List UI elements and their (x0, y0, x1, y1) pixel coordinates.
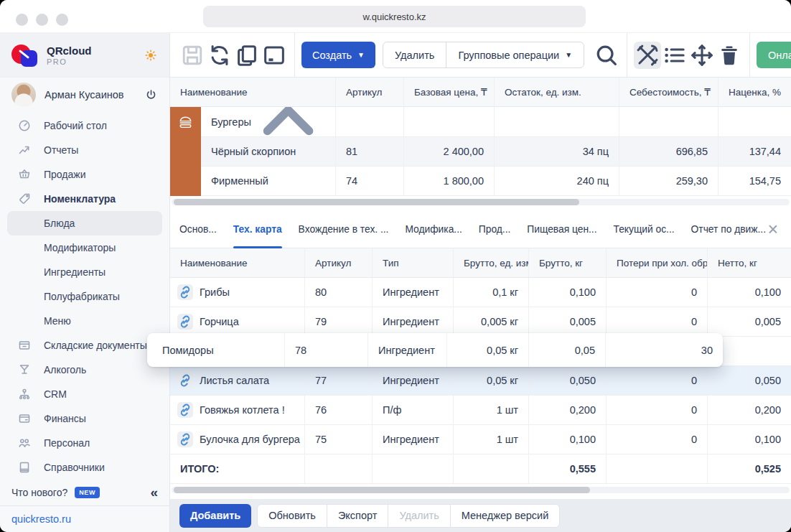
products-column-header-3[interactable]: Остаток, ед. изм. (495, 78, 619, 106)
ingredient-gross-unit: 1 шт (454, 396, 529, 424)
sidebar-item-4[interactable]: Блюда (7, 211, 162, 235)
horizontal-scrollbar-bottom[interactable] (172, 487, 790, 493)
action-button-group: Удалить Групповые операции ▼ (383, 42, 584, 68)
toolbar: Создать ▼ Удалить Групповые операции ▼ (170, 33, 791, 78)
horizontal-scrollbar-top[interactable] (172, 199, 790, 205)
dragged-gross-unit: 0,05 кг (447, 333, 529, 367)
product-row-1[interactable]: Фирменный 74 1 800,00 240 пц 259,30 154,… (170, 167, 791, 196)
sidebar-item-14[interactable]: Справочники (0, 455, 169, 480)
sidebar-item-label: Складские документы (44, 340, 147, 351)
ingredient-name: Грибы (200, 286, 230, 298)
link-icon[interactable] (177, 373, 193, 388)
link-icon[interactable] (177, 431, 193, 447)
sidebar-item-label: Номенклатура (44, 193, 116, 205)
total-gross-kg: 0,555 (529, 454, 607, 483)
sidebar-item-11[interactable]: CRM (0, 382, 169, 406)
products-column-header-5[interactable]: Наценка, % (719, 78, 791, 106)
scrollbar-thumb[interactable] (174, 487, 590, 493)
sidebar-item-12[interactable]: Финансы (0, 406, 169, 431)
traffic-light-minimize[interactable] (36, 14, 48, 26)
tab-3[interactable]: Модифика... (405, 210, 462, 248)
ingredient-row-4[interactable]: Булочка для бургера 75 Ингредиент 1 шт 0… (170, 425, 791, 454)
ingredient-row-0[interactable]: Грибы 80 Ингредиент 0,1 кг 0,100 0 0,100 (170, 278, 791, 307)
address-bar[interactable]: w.quickresto.kz (203, 6, 586, 27)
delete-button[interactable]: Удалить (383, 42, 446, 67)
ingredient-row-2[interactable]: Листья салата 77 Ингредиент 0,05 кг 0,05… (170, 366, 791, 396)
tools-button[interactable] (634, 42, 661, 69)
sidebar-item-label: Отчеты (44, 144, 78, 156)
trash-icon (716, 42, 743, 69)
scrollbar-thumb[interactable] (174, 199, 579, 205)
copy-button[interactable] (233, 42, 261, 69)
traffic-light-close[interactable] (16, 14, 28, 26)
tab-5[interactable]: Пищевая цен... (527, 210, 596, 248)
tab-7[interactable]: Отчет по движ... (691, 210, 766, 248)
logout-power-button[interactable] (144, 88, 158, 102)
window-view-button[interactable] (261, 42, 288, 69)
recipe-column-header-6[interactable]: Нетто, кг (708, 248, 791, 277)
sidebar-item-3[interactable]: Номенклатура (0, 187, 169, 211)
quickresto-site-link[interactable]: quickresto.ru (0, 505, 169, 531)
menu-icon (17, 216, 32, 230)
products-column-header-2[interactable]: Базовая цена, ₸ (404, 78, 495, 106)
sidebar-item-9[interactable]: Складские документы (0, 333, 169, 358)
trash-button[interactable] (716, 42, 743, 69)
add-button[interactable]: Добавить (179, 504, 251, 528)
whats-new-label: Что нового? (11, 487, 67, 498)
sidebar-item-6[interactable]: Ингредиенты (0, 260, 169, 284)
brand-name: QRcloud (47, 45, 92, 57)
ingredient-row-3[interactable]: Говяжья котлета ! 76 П/ф 1 шт 0,200 0 0,… (170, 396, 791, 425)
whats-new-row[interactable]: Что нового? NEW « (0, 481, 169, 504)
tab-2[interactable]: Вхождение в тех. ... (299, 210, 389, 248)
ingredient-net-kg: 0,200 (708, 396, 791, 424)
collapse-chevron-up-icon[interactable] (251, 107, 325, 136)
create-button[interactable]: Создать ▼ (301, 42, 375, 68)
tab-6[interactable]: Текущий ос... (614, 210, 675, 248)
nomenclature-icon (17, 192, 32, 206)
product-price: 1 800,00 (404, 167, 495, 195)
sidebar-item-0[interactable]: Рабочий стол (0, 113, 169, 138)
list-view-button[interactable] (661, 42, 688, 69)
sidebar-item-7[interactable]: Полуфабрикаты (0, 284, 169, 309)
products-column-header-1[interactable]: Артикул (336, 78, 404, 106)
sidebar-item-1[interactable]: Отчеты (0, 138, 169, 162)
online-chat-button[interactable]: Онлайн-чат (757, 42, 791, 68)
dragged-ingredient-row[interactable]: Помидоры 78 Ингредиент 0,05 кг 0,05 30 (147, 333, 723, 367)
tab-1[interactable]: Тех. карта (233, 210, 282, 248)
group-operations-button[interactable]: Групповые операции ▼ (446, 42, 584, 67)
sidebar-item-13[interactable]: Персонал (0, 431, 169, 455)
export-button[interactable]: Экспорт (327, 504, 388, 528)
recipe-column-header-4[interactable]: Брутто, кг (529, 248, 607, 277)
collapse-sidebar-icon[interactable]: « (150, 485, 158, 500)
sidebar-item-5[interactable]: Модификаторы (0, 235, 169, 260)
products-column-header-0[interactable]: Наименование (170, 78, 336, 106)
recipe-column-header-1[interactable]: Артикул (305, 248, 373, 277)
link-icon[interactable] (177, 314, 193, 330)
recipe-column-header-3[interactable]: Брутто, ед. изм. (454, 248, 529, 277)
sidebar-item-8[interactable]: Меню (0, 309, 169, 333)
refresh-button[interactable]: Обновить (257, 504, 327, 528)
sidebar-item-2[interactable]: Продажи (0, 162, 169, 187)
close-panel-icon[interactable]: × (767, 220, 778, 238)
products-column-header-4[interactable]: Себестоимость, ₸ (619, 78, 719, 106)
move-button[interactable] (688, 42, 716, 69)
footer-bar: Добавить Обновить Экспорт Удалить Менедж… (170, 499, 791, 532)
link-icon[interactable] (177, 284, 193, 300)
sidebar-item-10[interactable]: Алкоголь (0, 358, 169, 382)
recipe-column-header-5[interactable]: Потери при хол. обр., % (607, 248, 708, 277)
recipe-column-header-0[interactable]: Наименование (170, 248, 305, 277)
recipe-column-header-2[interactable]: Тип (373, 248, 454, 277)
traffic-light-maximize[interactable] (56, 14, 68, 26)
tab-4[interactable]: Прод... (479, 210, 511, 248)
brand: QRcloud PRO (47, 45, 92, 66)
search-button[interactable] (593, 42, 620, 69)
link-icon[interactable] (177, 402, 193, 418)
refresh-button[interactable] (206, 42, 233, 69)
product-row-0[interactable]: Чёрный скорпион 81 2 400,00 34 пц 696,85… (170, 137, 791, 167)
theme-sun-icon[interactable] (144, 48, 158, 62)
version-manager-button[interactable]: Менеджер версий (450, 504, 561, 528)
ingredient-row-1[interactable]: Горчица 79 Ингредиент 0,005 кг 0,005 0 0… (170, 307, 791, 337)
tab-0[interactable]: Основ... (179, 210, 217, 248)
alcohol-icon (17, 363, 32, 377)
category-row-burgers[interactable]: Бургеры (170, 107, 791, 137)
